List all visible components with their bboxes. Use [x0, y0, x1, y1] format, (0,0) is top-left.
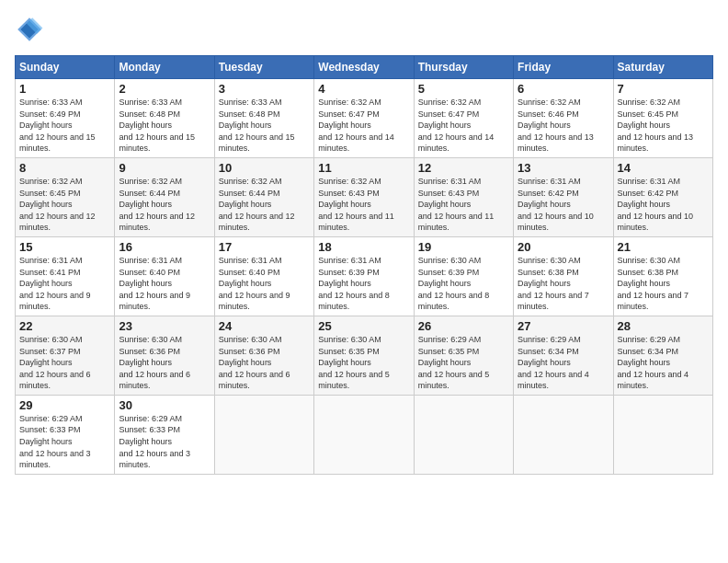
- calendar-cell: 24Sunrise: 6:30 AMSunset: 6:36 PMDayligh…: [214, 316, 313, 395]
- day-number: 4: [318, 82, 409, 96]
- day-number: 21: [618, 240, 709, 254]
- calendar-cell: 14Sunrise: 6:31 AMSunset: 6:42 PMDayligh…: [613, 157, 712, 236]
- day-info: Sunrise: 6:33 AMSunset: 6:48 PMDaylight …: [119, 97, 210, 155]
- day-info: Sunrise: 6:31 AMSunset: 6:43 PMDaylight …: [418, 176, 509, 234]
- calendar-cell: 6Sunrise: 6:32 AMSunset: 6:46 PMDaylight…: [514, 79, 613, 158]
- day-number: 15: [19, 240, 110, 254]
- calendar-week-row: 8Sunrise: 6:32 AMSunset: 6:45 PMDaylight…: [16, 157, 713, 236]
- day-number: 10: [219, 161, 310, 175]
- day-info: Sunrise: 6:32 AMSunset: 6:47 PMDaylight …: [418, 97, 509, 155]
- day-number: 13: [518, 161, 609, 175]
- calendar-cell: 26Sunrise: 6:29 AMSunset: 6:35 PMDayligh…: [414, 316, 513, 395]
- day-info: Sunrise: 6:30 AMSunset: 6:36 PMDaylight …: [119, 334, 210, 392]
- calendar-cell: 22Sunrise: 6:30 AMSunset: 6:37 PMDayligh…: [16, 316, 115, 395]
- day-number: 1: [19, 82, 110, 96]
- day-info: Sunrise: 6:32 AMSunset: 6:43 PMDaylight …: [318, 176, 409, 234]
- col-header-monday: Monday: [115, 56, 214, 79]
- calendar-week-row: 1Sunrise: 6:33 AMSunset: 6:49 PMDaylight…: [16, 79, 713, 158]
- day-number: 8: [19, 161, 110, 175]
- calendar-week-row: 29Sunrise: 6:29 AMSunset: 6:33 PMDayligh…: [16, 395, 713, 474]
- day-number: 20: [518, 240, 609, 254]
- day-number: 25: [318, 319, 409, 333]
- day-info: Sunrise: 6:32 AMSunset: 6:45 PMDaylight …: [19, 176, 110, 234]
- calendar-cell: 7Sunrise: 6:32 AMSunset: 6:45 PMDaylight…: [613, 79, 712, 158]
- day-number: 29: [19, 398, 110, 412]
- day-number: 12: [418, 161, 509, 175]
- calendar-cell: 29Sunrise: 6:29 AMSunset: 6:33 PMDayligh…: [16, 395, 115, 474]
- calendar-cell: 17Sunrise: 6:31 AMSunset: 6:40 PMDayligh…: [214, 236, 313, 316]
- day-info: Sunrise: 6:30 AMSunset: 6:36 PMDaylight …: [219, 334, 310, 392]
- day-number: 27: [518, 319, 609, 333]
- day-number: 30: [119, 398, 210, 412]
- day-number: 2: [119, 82, 210, 96]
- day-number: 11: [318, 161, 409, 175]
- day-info: Sunrise: 6:29 AMSunset: 6:35 PMDaylight …: [418, 334, 509, 392]
- calendar-cell: [314, 395, 414, 474]
- calendar-cell: 4Sunrise: 6:32 AMSunset: 6:47 PMDaylight…: [314, 79, 414, 158]
- calendar-cell: 21Sunrise: 6:30 AMSunset: 6:38 PMDayligh…: [613, 236, 712, 316]
- day-number: 19: [418, 240, 509, 254]
- day-number: 14: [618, 161, 709, 175]
- day-info: Sunrise: 6:29 AMSunset: 6:33 PMDaylight …: [19, 413, 110, 471]
- day-info: Sunrise: 6:30 AMSunset: 6:37 PMDaylight …: [19, 334, 110, 392]
- calendar-cell: [414, 395, 513, 474]
- day-info: Sunrise: 6:31 AMSunset: 6:41 PMDaylight …: [19, 255, 110, 313]
- calendar-cell: 27Sunrise: 6:29 AMSunset: 6:34 PMDayligh…: [514, 316, 613, 395]
- day-number: 26: [418, 319, 509, 333]
- day-info: Sunrise: 6:32 AMSunset: 6:45 PMDaylight …: [618, 97, 709, 155]
- calendar-cell: 9Sunrise: 6:32 AMSunset: 6:44 PMDaylight…: [115, 157, 214, 236]
- calendar-cell: 16Sunrise: 6:31 AMSunset: 6:40 PMDayligh…: [115, 236, 214, 316]
- col-header-tuesday: Tuesday: [214, 56, 313, 79]
- day-info: Sunrise: 6:31 AMSunset: 6:40 PMDaylight …: [219, 255, 310, 313]
- calendar-cell: 1Sunrise: 6:33 AMSunset: 6:49 PMDaylight…: [16, 79, 115, 158]
- day-number: 17: [219, 240, 310, 254]
- day-number: 7: [618, 82, 709, 96]
- day-info: Sunrise: 6:30 AMSunset: 6:38 PMDaylight …: [618, 255, 709, 313]
- calendar-cell: [613, 395, 712, 474]
- day-info: Sunrise: 6:31 AMSunset: 6:39 PMDaylight …: [318, 255, 409, 313]
- day-info: Sunrise: 6:30 AMSunset: 6:35 PMDaylight …: [318, 334, 409, 392]
- col-header-sunday: Sunday: [16, 56, 115, 79]
- col-header-thursday: Thursday: [414, 56, 513, 79]
- col-header-saturday: Saturday: [613, 56, 712, 79]
- calendar-cell: 30Sunrise: 6:29 AMSunset: 6:33 PMDayligh…: [115, 395, 214, 474]
- calendar-cell: 10Sunrise: 6:32 AMSunset: 6:44 PMDayligh…: [214, 157, 313, 236]
- calendar-cell: [514, 395, 613, 474]
- day-number: 23: [119, 319, 210, 333]
- day-number: 6: [518, 82, 609, 96]
- day-number: 3: [219, 82, 310, 96]
- calendar-cell: 20Sunrise: 6:30 AMSunset: 6:38 PMDayligh…: [514, 236, 613, 316]
- header: [15, 15, 713, 44]
- calendar-cell: 5Sunrise: 6:32 AMSunset: 6:47 PMDaylight…: [414, 79, 513, 158]
- calendar-week-row: 22Sunrise: 6:30 AMSunset: 6:37 PMDayligh…: [16, 316, 713, 395]
- col-header-friday: Friday: [514, 56, 613, 79]
- col-header-wednesday: Wednesday: [314, 56, 414, 79]
- calendar-table: SundayMondayTuesdayWednesdayThursdayFrid…: [15, 55, 713, 475]
- day-info: Sunrise: 6:32 AMSunset: 6:46 PMDaylight …: [518, 97, 609, 155]
- logo-icon: [15, 15, 44, 44]
- calendar-cell: 3Sunrise: 6:33 AMSunset: 6:48 PMDaylight…: [214, 79, 313, 158]
- day-info: Sunrise: 6:32 AMSunset: 6:47 PMDaylight …: [318, 97, 409, 155]
- day-info: Sunrise: 6:30 AMSunset: 6:38 PMDaylight …: [518, 255, 609, 313]
- day-info: Sunrise: 6:29 AMSunset: 6:34 PMDaylight …: [518, 334, 609, 392]
- calendar-cell: 25Sunrise: 6:30 AMSunset: 6:35 PMDayligh…: [314, 316, 414, 395]
- calendar-cell: 13Sunrise: 6:31 AMSunset: 6:42 PMDayligh…: [514, 157, 613, 236]
- day-number: 5: [418, 82, 509, 96]
- calendar-cell: 28Sunrise: 6:29 AMSunset: 6:34 PMDayligh…: [613, 316, 712, 395]
- day-info: Sunrise: 6:30 AMSunset: 6:39 PMDaylight …: [418, 255, 509, 313]
- calendar-cell: 15Sunrise: 6:31 AMSunset: 6:41 PMDayligh…: [16, 236, 115, 316]
- day-info: Sunrise: 6:33 AMSunset: 6:48 PMDaylight …: [219, 97, 310, 155]
- calendar-cell: 8Sunrise: 6:32 AMSunset: 6:45 PMDaylight…: [16, 157, 115, 236]
- calendar-cell: [214, 395, 313, 474]
- calendar-cell: 11Sunrise: 6:32 AMSunset: 6:43 PMDayligh…: [314, 157, 414, 236]
- calendar-cell: 12Sunrise: 6:31 AMSunset: 6:43 PMDayligh…: [414, 157, 513, 236]
- day-info: Sunrise: 6:32 AMSunset: 6:44 PMDaylight …: [219, 176, 310, 234]
- day-info: Sunrise: 6:32 AMSunset: 6:44 PMDaylight …: [119, 176, 210, 234]
- day-info: Sunrise: 6:31 AMSunset: 6:42 PMDaylight …: [618, 176, 709, 234]
- calendar-cell: 2Sunrise: 6:33 AMSunset: 6:48 PMDaylight…: [115, 79, 214, 158]
- calendar-cell: 18Sunrise: 6:31 AMSunset: 6:39 PMDayligh…: [314, 236, 414, 316]
- calendar-cell: 23Sunrise: 6:30 AMSunset: 6:36 PMDayligh…: [115, 316, 214, 395]
- page-container: SundayMondayTuesdayWednesdayThursdayFrid…: [0, 0, 728, 482]
- calendar-week-row: 15Sunrise: 6:31 AMSunset: 6:41 PMDayligh…: [16, 236, 713, 316]
- day-number: 22: [19, 319, 110, 333]
